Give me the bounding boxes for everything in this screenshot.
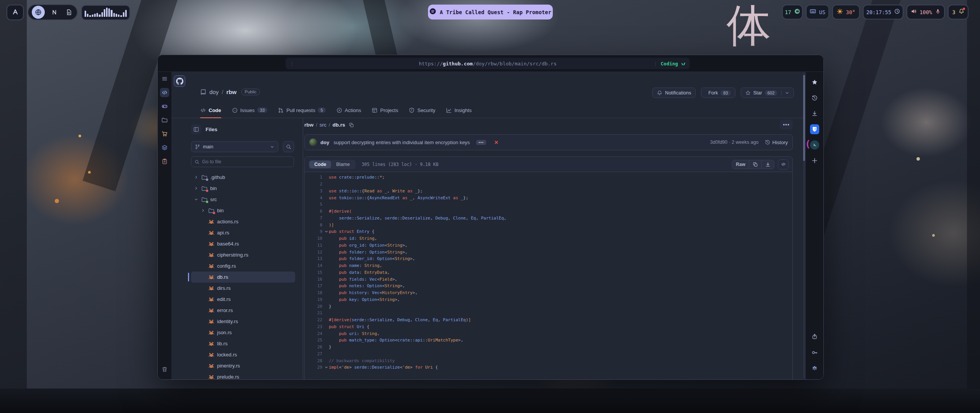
tab-stack[interactable]: [160, 143, 169, 152]
repo-name-link[interactable]: rbw: [226, 89, 237, 95]
line-number[interactable]: 18: [305, 290, 322, 295]
tree-file-lib.rs[interactable]: lib.rs: [191, 338, 295, 349]
go-to-file-input[interactable]: [202, 159, 291, 164]
breadcrumb-repo[interactable]: rbw: [304, 122, 314, 128]
tree-folder-bin[interactable]: bin: [191, 183, 295, 194]
line-number[interactable]: 4: [305, 195, 322, 200]
add-panel[interactable]: [810, 156, 819, 165]
tab-issues[interactable]: Issues33: [232, 102, 268, 118]
settings[interactable]: [810, 364, 819, 373]
line-number[interactable]: 13: [305, 256, 322, 261]
line-number[interactable]: 8: [305, 223, 322, 228]
tree-folder-src[interactable]: src: [191, 194, 295, 205]
launcher-button[interactable]: [7, 5, 24, 20]
line-number[interactable]: 25: [305, 338, 322, 343]
search-this-repo-button[interactable]: [283, 141, 294, 152]
download-raw-button[interactable]: [761, 160, 774, 169]
copy-raw-button[interactable]: [749, 160, 761, 169]
keyboard-layout-widget[interactable]: US: [806, 5, 829, 20]
tab-list[interactable]: [160, 74, 169, 83]
tree-file-json.rs[interactable]: json.rs: [191, 327, 295, 338]
star-caret[interactable]: [781, 91, 789, 95]
history[interactable]: [810, 93, 819, 102]
line-number[interactable]: 27: [305, 351, 322, 356]
code-line[interactable]: 25 pub match_type: Option<crate::api::Ur…: [305, 337, 792, 344]
repo-owner-link[interactable]: doy: [209, 89, 219, 95]
code-line[interactable]: 2: [305, 181, 792, 188]
document-app[interactable]: [64, 7, 74, 17]
code-line[interactable]: 10 pub id: String,: [305, 235, 792, 242]
tab-security[interactable]: Security: [409, 102, 435, 118]
tree-file-api.rs[interactable]: api.rs: [191, 227, 295, 238]
line-number[interactable]: 24: [305, 331, 322, 336]
page-scrollbar[interactable]: [803, 73, 805, 379]
line-number[interactable]: 2: [305, 182, 322, 187]
file-more-options-button[interactable]: •••: [780, 120, 793, 130]
line-number[interactable]: 16: [305, 277, 322, 282]
checks-failed-icon[interactable]: ✕: [494, 140, 498, 145]
code-line[interactable]: 20}: [305, 303, 792, 310]
code-line[interactable]: 21: [305, 310, 792, 317]
line-number[interactable]: 1: [305, 175, 322, 180]
code-line[interactable]: 23pub struct Uri {: [305, 324, 792, 330]
commit-sha-age[interactable]: 3d0fd90 · 2 weeks ago: [710, 140, 758, 145]
media-player-widget[interactable]: A Tribe Called Quest - Rap Promoter: [428, 5, 553, 20]
line-number[interactable]: 9: [305, 229, 322, 234]
code-line[interactable]: 16 pub fields: Vec<Field>,: [305, 276, 792, 283]
code-line[interactable]: 27: [305, 351, 792, 358]
tab-insights[interactable]: Insights: [446, 102, 472, 118]
line-number[interactable]: 12: [305, 250, 322, 255]
code-line[interactable]: 18 pub history: Vec<HistoryEntry>,: [305, 289, 792, 296]
line-number[interactable]: 5: [305, 202, 322, 207]
tree-file-config.rs[interactable]: config.rs: [191, 260, 295, 272]
line-number[interactable]: 19: [305, 297, 322, 302]
code-line[interactable]: 15 pub data: EntryData,: [305, 269, 792, 276]
code-line[interactable]: 24 pub uri: String,: [305, 330, 792, 337]
tab-game[interactable]: [160, 102, 169, 111]
url-bar[interactable]: ⋮ https://github.com/doy/rbw/blob/main/s…: [286, 58, 690, 69]
tree-file-dirs.rs[interactable]: dirs.rs: [191, 283, 295, 294]
github-logo[interactable]: [174, 75, 185, 87]
branch-selector[interactable]: main: [191, 141, 278, 152]
tab-projects[interactable]: Projects: [372, 102, 398, 118]
close-tab-trash-icon[interactable]: [160, 365, 169, 374]
code-line[interactable]: 6#[derive(: [305, 208, 792, 215]
tree-file-base64.rs[interactable]: base64.rs: [191, 238, 295, 249]
code-line[interactable]: 9pub struct Entry {: [305, 228, 792, 235]
tree-file-pinentry.rs[interactable]: pinentry.rs: [191, 360, 295, 371]
breadcrumb-dir[interactable]: src: [320, 122, 327, 128]
collapse-sidebar-button[interactable]: [191, 124, 201, 134]
code-line[interactable]: 19 pub key: Option<String>,: [305, 296, 792, 303]
line-number[interactable]: 28: [305, 358, 322, 363]
line-number[interactable]: 11: [305, 243, 322, 248]
edit-file-button[interactable]: [778, 159, 789, 169]
tab-clipboard[interactable]: [160, 157, 169, 166]
code-line[interactable]: 4use tokio::io::{AsyncReadExt as _, Asyn…: [305, 194, 792, 201]
star-button[interactable]: Star 602: [741, 88, 794, 98]
line-number[interactable]: 26: [305, 345, 322, 350]
fold-chevron-icon[interactable]: [322, 365, 329, 369]
tree-file-error.rs[interactable]: error.rs: [191, 305, 295, 316]
tab-code[interactable]: Code: [200, 102, 221, 118]
updates-widget[interactable]: 17: [782, 5, 803, 20]
tab-code[interactable]: [160, 88, 169, 97]
code-line[interactable]: 5: [305, 201, 792, 208]
code-line[interactable]: 12 pub folder: Option<String>,: [305, 249, 792, 255]
notes-app[interactable]: [49, 7, 59, 17]
sidebar-divider[interactable]: [303, 118, 303, 379]
code-line[interactable]: 14 pub name: String,: [305, 262, 792, 269]
terminal-extension[interactable]: (: [810, 140, 819, 150]
code-line[interactable]: 3use std::io::{Read as _, Write as _};: [305, 188, 792, 195]
tab-pull-requests[interactable]: Pull requests5: [278, 102, 325, 118]
downloads[interactable]: [810, 109, 819, 118]
line-number[interactable]: 3: [305, 189, 322, 193]
fold-chevron-icon[interactable]: [322, 229, 329, 234]
line-number[interactable]: 14: [305, 263, 322, 268]
tab-code-view[interactable]: Code: [309, 161, 331, 168]
line-number[interactable]: 10: [305, 236, 322, 241]
bookmarks[interactable]: [810, 78, 819, 87]
commit-expand-button[interactable]: •••: [476, 140, 486, 145]
tree-file-prelude.rs[interactable]: prelude.rs: [191, 371, 295, 379]
bitwarden-extension[interactable]: [810, 125, 819, 134]
code-line[interactable]: 28// backwards compatibility: [305, 357, 792, 364]
